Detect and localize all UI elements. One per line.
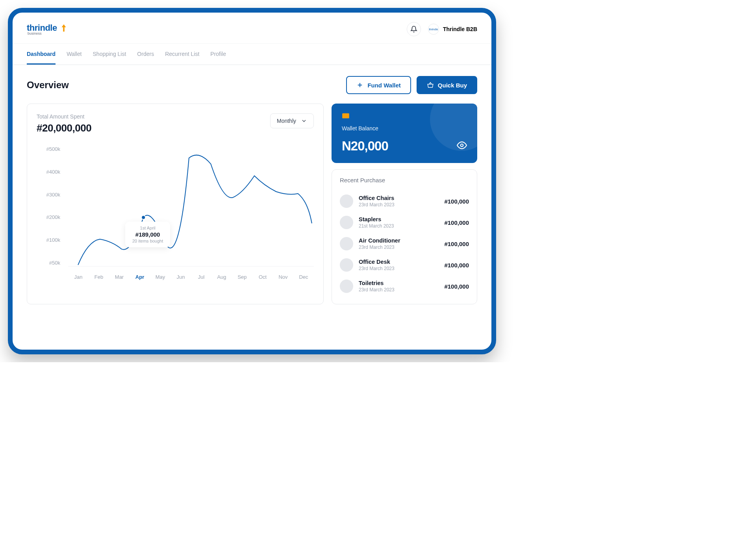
purchase-row[interactable]: Toiletries 23rd March 2023 #100,000 [340,276,469,297]
x-tick: May [150,274,170,280]
bell-icon [410,26,417,33]
x-tick: Oct [252,274,273,280]
purchase-row[interactable]: Office Desk 23rd March 2023 #100,000 [340,254,469,276]
svg-rect-2 [342,113,349,119]
y-tick: #300k [37,192,60,198]
recent-title: Recent Purchase [340,177,469,183]
quick-buy-button[interactable]: Quick Buy [417,76,477,94]
recent-purchases-card: Recent Purchase Office Chairs 23rd March… [332,169,477,304]
purchase-amount: #100,000 [444,219,469,226]
basket-icon [427,82,434,89]
purchase-thumbnail [340,194,353,208]
logo[interactable]: thrindle business [27,23,68,35]
purchase-amount: #100,000 [444,283,469,290]
user-name: Thrindle B2B [443,26,477,32]
y-tick: #500k [37,146,60,152]
purchase-amount: #100,000 [444,198,469,205]
purchase-name: Air Conditioner [359,237,439,244]
purchase-thumbnail [340,280,353,293]
nav-orders[interactable]: Orders [137,44,154,65]
purchase-row[interactable]: Office Chairs 23rd March 2023 #100,000 [340,191,469,212]
plus-icon [356,82,363,89]
nav-wallet[interactable]: Wallet [67,44,82,65]
app-frame: thrindle business thrindle Thrindle B2B … [8,8,496,354]
purchase-name: Office Desk [359,259,439,265]
x-tick: Jan [68,274,89,280]
nav-dashboard[interactable]: Dashboard [27,44,56,65]
line-chart [68,146,314,267]
purchase-thumbnail [340,237,353,250]
y-axis: #500k #400k #300k #200k #100k #50k [37,146,60,266]
purchase-name: Office Chairs [359,195,439,201]
x-tick-active: Apr [130,274,150,280]
tooltip-items: 20 items bought [132,239,163,243]
tooltip-amount: #189,000 [132,231,163,238]
nav-recurrent-list[interactable]: Recurrent List [165,44,199,65]
purchase-date: 23rd March 2023 [359,245,439,250]
purchase-thumbnail [340,216,353,229]
x-axis: Jan Feb Mar Apr May Jun Jul Aug Sep Oct … [68,274,314,280]
eye-icon [457,140,467,150]
purchase-name: Staplers [359,216,439,222]
toggle-balance-visibility[interactable] [457,140,467,152]
subheader: Overview Fund Wallet Quick Buy [13,65,491,104]
svg-point-3 [461,144,463,147]
x-tick: Jun [170,274,191,280]
x-tick: Jul [191,274,211,280]
y-tick: #400k [37,169,60,175]
x-tick: Feb [89,274,109,280]
page-title: Overview [27,80,69,91]
x-tick: Dec [293,274,314,280]
period-selector[interactable]: Monthly [270,113,314,128]
wallet-label: Wallet Balance [342,125,467,132]
purchase-date: 23rd March 2023 [359,266,439,271]
purchase-date: 21st March 2023 [359,223,439,229]
y-tick: #200k [37,214,60,220]
y-tick: #50k [37,260,60,266]
chevron-down-icon [301,118,307,124]
purchase-row[interactable]: Air Conditioner 23rd March 2023 #100,000 [340,233,469,254]
wallet-balance: N20,000 [342,139,388,154]
header-actions: thrindle Thrindle B2B [407,22,477,36]
purchase-thumbnail [340,258,353,272]
purchase-date: 23rd March 2023 [359,287,439,293]
chart-label: Total Amount Spent [37,113,91,120]
fund-wallet-label: Fund Wallet [367,82,400,89]
page-actions: Fund Wallet Quick Buy [346,76,477,94]
notifications-button[interactable] [407,22,421,36]
purchase-row[interactable]: Staplers 21st March 2023 #100,000 [340,212,469,233]
tooltip-date: 1st April [132,226,163,230]
chart-tooltip: 1st April #189,000 20 items bought [125,222,170,247]
svg-point-1 [141,215,145,219]
x-tick: Nov [273,274,293,280]
quick-buy-label: Quick Buy [438,82,467,89]
chart-area: #500k #400k #300k #200k #100k #50k 1st A… [37,146,314,280]
purchase-name: Toiletries [359,280,439,286]
wallet-balance-card: Wallet Balance N20,000 [332,104,477,163]
side-panel: Wallet Balance N20,000 Recent Purchase O… [332,104,477,304]
fund-wallet-button[interactable]: Fund Wallet [346,76,411,94]
x-tick: Sep [232,274,252,280]
brand-icon [59,24,68,35]
main-nav: Dashboard Wallet Shopping List Orders Re… [13,43,491,65]
purchase-amount: #100,000 [444,262,469,269]
header: thrindle business thrindle Thrindle B2B [13,13,491,43]
user-menu[interactable]: thrindle Thrindle B2B [428,24,477,35]
period-label: Monthly [277,118,296,124]
purchase-amount: #100,000 [444,241,469,247]
chart-total-amount: #20,000,000 [37,122,91,134]
nav-profile[interactable]: Profile [210,44,226,65]
x-tick: Mar [109,274,130,280]
nav-shopping-list[interactable]: Shopping List [93,44,126,65]
spending-chart-card: Total Amount Spent #20,000,000 Monthly #… [27,104,324,304]
y-tick: #100k [37,237,60,243]
x-tick: Aug [211,274,232,280]
avatar: thrindle [428,24,439,35]
purchase-date: 23rd March 2023 [359,202,439,207]
main-content: Total Amount Spent #20,000,000 Monthly #… [13,104,491,316]
